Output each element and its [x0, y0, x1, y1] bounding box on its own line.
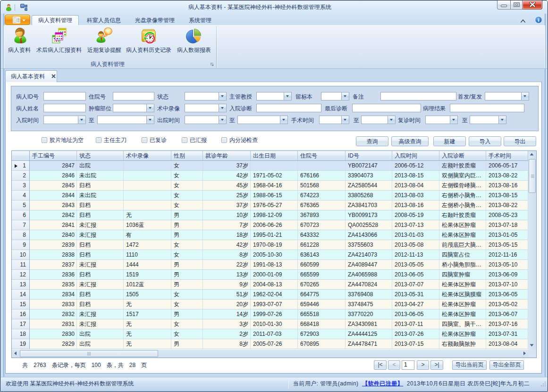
svg-text:i: i	[538, 17, 539, 23]
